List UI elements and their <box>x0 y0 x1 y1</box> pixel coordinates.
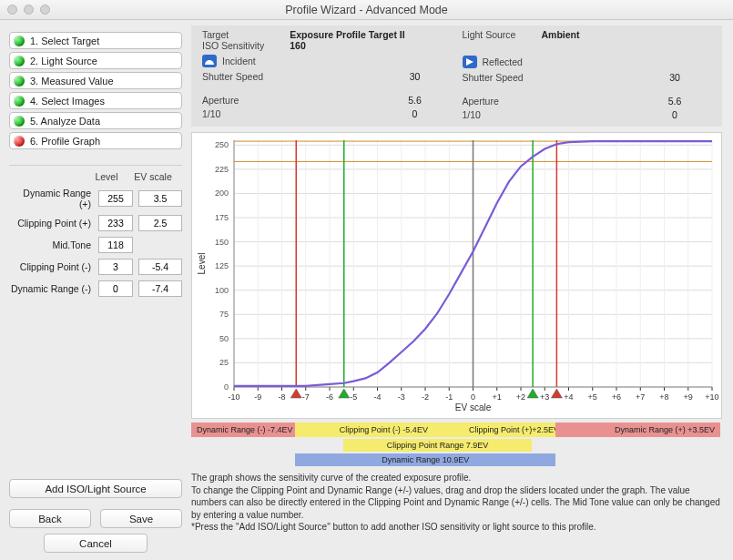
app: 1. Select Target 2. Light Source 3. Meas… <box>0 20 733 560</box>
incident-icon <box>202 55 217 67</box>
svg-text:-10: -10 <box>228 392 239 402</box>
cp-plus-level-input[interactable] <box>98 215 133 231</box>
step-select-images[interactable]: 4. Select Images <box>9 92 182 109</box>
svg-text:0: 0 <box>471 392 475 402</box>
wizard-steps: 1. Select Target 2. Light Source 3. Meas… <box>9 27 182 156</box>
svg-text:-6: -6 <box>326 392 333 402</box>
save-button[interactable]: Save <box>100 509 182 528</box>
cp-minus-ev-input[interactable] <box>138 259 182 275</box>
v: 5.6 <box>379 95 452 106</box>
svg-text:-8: -8 <box>278 392 285 402</box>
svg-text:-9: -9 <box>254 392 261 402</box>
svg-text:+8: +8 <box>659 392 668 402</box>
v: 5.6 <box>638 96 711 107</box>
close-window-icon[interactable] <box>7 5 17 15</box>
v: 30 <box>379 71 452 82</box>
main: Target ISO Sensitivity Exposure Profile … <box>191 20 733 560</box>
profile-chart[interactable]: 0255075100125150175200225250-10-9-8-7-6-… <box>191 132 722 419</box>
step-label: 5. Analyze Data <box>30 116 100 127</box>
minimize-window-icon[interactable] <box>24 5 34 15</box>
legend-cp-plus: Clipping Point (+)+2.5EV <box>473 423 556 437</box>
help-text: The graph shows the sensitivity curve of… <box>191 472 722 534</box>
step-light-source[interactable]: 2. Light Source <box>9 52 182 69</box>
cancel-button[interactable]: Cancel <box>44 534 148 553</box>
row-clipping-point-minus: Clipping Point (-) <box>9 259 182 275</box>
row-dynamic-range-plus: Dynamic Range (+) <box>9 188 182 209</box>
status-dot-icon <box>14 56 25 66</box>
step-label: 2. Light Source <box>30 56 97 66</box>
svg-text:+6: +6 <box>612 392 621 402</box>
step-select-target[interactable]: 1. Select Target <box>9 32 182 49</box>
svg-text:-7: -7 <box>302 392 310 402</box>
step-label: 3. Measured Value <box>30 76 114 87</box>
dr-plus-level-input[interactable] <box>98 190 133 207</box>
legend-bars: Dynamic Range (-) -7.4EV Clipping Point … <box>191 421 722 466</box>
svg-text:75: 75 <box>219 310 229 319</box>
svg-text:-4: -4 <box>373 392 381 402</box>
label: Clipping Point (+) <box>9 218 93 229</box>
incident-title: Incident <box>222 56 256 66</box>
sidebar: 1. Select Target 2. Light Source 3. Meas… <box>0 20 191 560</box>
svg-text:250: 250 <box>215 140 229 149</box>
step-profile-graph[interactable]: 6. Profile Graph <box>9 132 182 149</box>
add-iso-light-button[interactable]: Add ISO/Light Source <box>9 479 182 498</box>
dr-minus-level-input[interactable] <box>98 280 133 297</box>
step-measured-value[interactable]: 3. Measured Value <box>9 72 182 89</box>
iso-label: ISO Sensitivity <box>202 40 264 51</box>
mid-tone-input[interactable] <box>98 237 133 253</box>
status-dot-icon <box>14 136 25 147</box>
v: 0 <box>379 108 452 119</box>
svg-text:+9: +9 <box>684 392 693 402</box>
exposure-name: Exposure Profile Target II <box>290 29 404 40</box>
window-title: Profile Wizard - Advanced Mode <box>0 4 733 16</box>
row-dynamic-range-minus: Dynamic Range (-) <box>9 280 182 297</box>
step-analyze-data[interactable]: 5. Analyze Data <box>9 112 182 129</box>
help-line: The graph shows the sensitivity curve of… <box>191 472 722 484</box>
status-dot-icon <box>14 116 25 127</box>
step-label: 1. Select Target <box>30 36 99 46</box>
legend-dr-plus: Dynamic Range (+) +3.5EV <box>555 423 720 437</box>
svg-text:-2: -2 <box>422 392 429 402</box>
target-label: Target <box>202 29 264 40</box>
col-evscale: EV scale <box>131 171 175 182</box>
svg-text:100: 100 <box>215 286 229 295</box>
k: Shutter Speed <box>463 72 639 83</box>
light-value: Ambient <box>541 29 579 40</box>
status-dot-icon <box>14 36 25 46</box>
dr-minus-ev-input[interactable] <box>138 280 182 297</box>
help-line: To change the Clipping Point and Dynamic… <box>191 484 722 522</box>
back-button[interactable]: Back <box>9 509 91 528</box>
cp-minus-level-input[interactable] <box>98 259 133 275</box>
svg-text:225: 225 <box>215 165 229 174</box>
light-label: Light Source <box>463 29 516 40</box>
k: 1/10 <box>202 108 379 119</box>
exposure-meta: Target ISO Sensitivity Exposure Profile … <box>191 25 722 127</box>
titlebar: Profile Wizard - Advanced Mode <box>0 0 733 20</box>
label: Dynamic Range (-) <box>9 283 93 294</box>
col-level: Level <box>89 171 124 182</box>
svg-text:150: 150 <box>215 238 229 247</box>
svg-text:-5: -5 <box>350 392 357 402</box>
window-controls <box>7 5 50 15</box>
dr-plus-ev-input[interactable] <box>138 190 182 207</box>
svg-text:-1: -1 <box>445 392 453 402</box>
iso-value: 160 <box>290 40 404 51</box>
form-header: Level EV scale <box>9 171 182 182</box>
profile-values-form: Level EV scale Dynamic Range (+) Clippin… <box>9 171 182 302</box>
status-dot-icon <box>14 96 25 107</box>
svg-text:+1: +1 <box>493 392 502 402</box>
step-label: 6. Profile Graph <box>30 136 100 147</box>
v: 0 <box>638 109 711 120</box>
reflected-title: Reflected <box>483 56 523 67</box>
svg-text:+2: +2 <box>516 392 525 402</box>
legend-dr-minus: Dynamic Range (-) -7.4EV <box>191 423 295 437</box>
svg-text:0: 0 <box>224 382 229 392</box>
svg-text:200: 200 <box>215 188 229 198</box>
svg-text:EV scale: EV scale <box>455 402 492 412</box>
zoom-window-icon[interactable] <box>40 5 50 15</box>
help-line: *Press the "Add ISO/Light Source" button… <box>191 521 722 534</box>
cp-plus-ev-input[interactable] <box>138 215 182 231</box>
svg-text:25: 25 <box>219 358 229 367</box>
k: Aperture <box>202 95 379 106</box>
row-mid-tone: Mid.Tone <box>9 237 182 253</box>
